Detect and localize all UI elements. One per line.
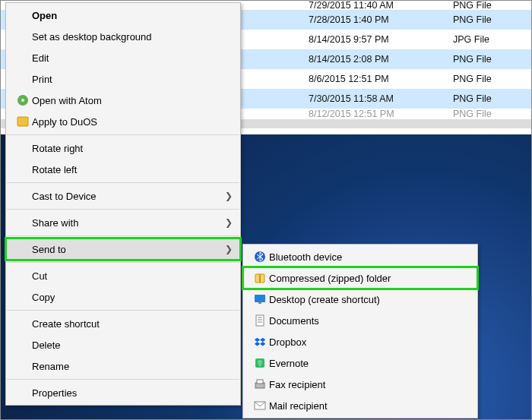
submenu-desktop-shortcut[interactable]: Desktop (create shortcut) [243,289,477,310]
menu-apply-duos[interactable]: Apply to DuOS [6,111,240,132]
menu-label: Compressed (zipped) folder [269,273,470,284]
submenu-mail-recipient[interactable]: Mail recipient [243,395,477,416]
file-date: 8/14/2015 9:57 PM [309,34,453,45]
menu-separator [7,209,239,210]
menu-rotate-left[interactable]: Rotate left [6,159,240,180]
evernote-icon [251,357,269,369]
menu-label: Dropbox [269,336,470,348]
menu-edit[interactable]: Edit [6,47,240,68]
menu-separator [7,134,239,135]
svg-point-1 [21,99,24,102]
menu-label: Apply to DuOS [32,116,233,128]
chevron-right-icon: ❯ [222,217,233,228]
menu-label: Fax recipient [269,379,470,390]
svg-rect-8 [256,315,264,326]
menu-label: Documents [269,315,470,327]
menu-rename[interactable]: Rename [6,355,240,377]
menu-copy[interactable]: Copy [6,286,240,308]
file-type: PNG File [453,14,521,25]
fax-icon [251,378,269,390]
menu-label: Cut [32,270,233,282]
svg-rect-6 [255,295,265,302]
send-to-submenu: Bluetooth device Compressed (zipped) fol… [242,244,478,418]
menu-label: Open with Atom [32,95,233,106]
menu-rotate-right[interactable]: Rotate right [6,137,240,159]
menu-separator [7,182,239,183]
bluetooth-icon [251,251,269,263]
submenu-fax-recipient[interactable]: Fax recipient [243,374,477,395]
menu-share-with[interactable]: Share with ❯ [6,212,240,233]
duos-icon [14,115,32,128]
file-type: PNG File [453,54,521,65]
chevron-right-icon: ❯ [222,244,233,254]
svg-rect-14 [257,380,263,384]
menu-label: Share with [32,217,222,229]
file-date: 8/6/2015 12:51 PM [309,74,453,84]
menu-label: Properties [32,387,233,399]
menu-separator [7,379,239,380]
menu-properties[interactable]: Properties [6,382,240,403]
menu-create-shortcut[interactable]: Create shortcut [6,313,240,334]
menu-delete[interactable]: Delete [6,334,240,355]
menu-send-to[interactable]: Send to ❯ [6,238,240,260]
menu-label: Copy [32,292,233,303]
chevron-right-icon: ❯ [222,191,233,201]
menu-label: Send to [32,244,222,255]
menu-cut[interactable]: Cut [6,265,240,286]
atom-icon [14,94,32,106]
file-date: 7/28/2015 1:40 PM [309,14,453,25]
file-type: PNG File [453,93,521,104]
menu-cast-to-device[interactable]: Cast to Device ❯ [6,185,240,207]
menu-label: Evernote [269,358,470,369]
menu-separator [7,310,239,311]
file-type: PNG File [453,1,521,10]
svg-rect-2 [17,117,28,126]
mail-icon [251,399,269,412]
documents-icon [251,314,269,327]
menu-label: Bluetooth device [269,251,470,263]
menu-label: Desktop (create shortcut) [269,294,470,305]
zip-icon [251,272,269,284]
menu-open-with-atom[interactable]: Open with Atom [6,90,240,111]
menu-label: Rename [32,361,233,372]
submenu-documents[interactable]: Documents [243,310,477,331]
svg-rect-5 [259,274,261,283]
menu-label: Open [32,10,233,21]
file-type: PNG File [453,109,521,119]
menu-separator [7,235,239,236]
menu-set-background[interactable]: Set as desktop background [6,26,240,47]
context-menu: Open Set as desktop background Edit Prin… [5,2,241,406]
menu-label: Rotate right [32,143,233,154]
menu-separator [7,262,239,263]
menu-label: Edit [32,52,233,64]
menu-label: Delete [32,339,233,351]
menu-label: Create shortcut [32,318,233,330]
menu-label: Rotate left [32,164,233,175]
submenu-evernote[interactable]: Evernote [243,352,477,374]
menu-label: Set as desktop background [32,31,233,43]
file-date: 7/29/2015 11:40 AM [309,1,453,10]
menu-open[interactable]: Open [6,5,240,26]
svg-rect-7 [258,302,261,304]
file-type: PNG File [453,74,521,84]
file-type: JPG File [453,34,521,45]
file-date: 8/14/2015 2:08 PM [309,54,453,65]
submenu-compressed-folder[interactable]: Compressed (zipped) folder [243,267,477,289]
menu-label: Print [32,74,233,85]
dropbox-icon [251,336,269,348]
submenu-dropbox[interactable]: Dropbox [243,331,477,352]
menu-label: Mail recipient [269,400,470,412]
menu-label: Cast to Device [32,191,222,202]
file-date: 8/12/2015 12:51 PM [309,109,453,119]
submenu-bluetooth[interactable]: Bluetooth device [243,246,477,267]
menu-print[interactable]: Print [6,68,240,90]
desktop-icon [251,293,269,305]
file-date: 7/30/2015 11:58 AM [309,93,453,104]
